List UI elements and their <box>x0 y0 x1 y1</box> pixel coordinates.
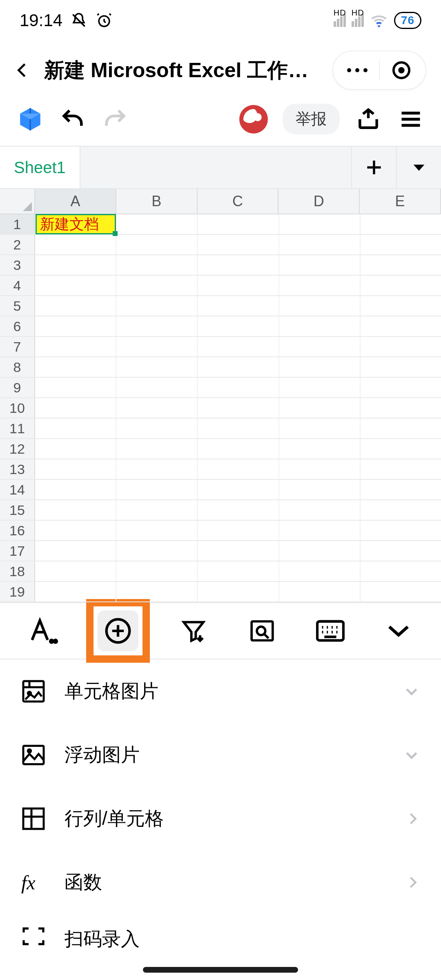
cell[interactable] <box>35 357 116 377</box>
share-button[interactable] <box>354 105 382 133</box>
cell[interactable] <box>198 235 279 254</box>
cell[interactable] <box>198 561 279 581</box>
row-header[interactable]: 4 <box>0 276 35 295</box>
cell[interactable] <box>35 541 116 561</box>
menu-item-scan-input[interactable]: 扫码录入 <box>0 914 441 959</box>
cell[interactable] <box>116 214 198 234</box>
active-cell[interactable]: 新建文档 <box>36 214 116 234</box>
add-sheet-button[interactable] <box>351 147 396 188</box>
cell[interactable] <box>361 337 441 356</box>
cell[interactable] <box>279 500 361 520</box>
cell[interactable] <box>35 439 116 459</box>
cell[interactable] <box>361 276 441 295</box>
cell[interactable] <box>361 561 441 581</box>
column-header[interactable]: C <box>198 189 279 214</box>
app-logo-icon[interactable] <box>16 105 44 133</box>
cell[interactable] <box>198 337 279 356</box>
cell[interactable] <box>35 235 116 254</box>
cell[interactable] <box>279 296 361 316</box>
cell[interactable] <box>198 255 279 275</box>
row-header[interactable]: 12 <box>0 439 35 459</box>
cell[interactable] <box>198 276 279 295</box>
cell[interactable] <box>35 582 116 601</box>
undo-button[interactable] <box>59 105 87 133</box>
cell[interactable] <box>279 439 361 459</box>
cell[interactable] <box>116 561 198 581</box>
row-header[interactable]: 6 <box>0 316 35 336</box>
cell[interactable] <box>279 357 361 377</box>
cell[interactable] <box>198 500 279 520</box>
cell[interactable] <box>35 459 116 479</box>
cell[interactable] <box>361 316 441 336</box>
row-header[interactable]: 2 <box>0 235 35 254</box>
cell[interactable] <box>116 419 198 438</box>
sheet-tabs-empty[interactable] <box>80 147 351 188</box>
cell[interactable] <box>116 398 198 418</box>
row-header[interactable]: 10 <box>0 398 35 418</box>
select-all-corner[interactable] <box>0 189 35 214</box>
cell[interactable] <box>116 459 198 479</box>
close-miniprogram-button[interactable] <box>383 61 420 80</box>
format-text-button[interactable] <box>18 608 67 653</box>
menu-item-float-image[interactable]: 浮动图片 <box>0 723 441 787</box>
cell[interactable] <box>279 316 361 336</box>
cell[interactable] <box>116 378 198 397</box>
cell[interactable] <box>198 521 279 540</box>
column-header[interactable]: E <box>360 189 441 214</box>
cell[interactable] <box>279 419 361 438</box>
cell[interactable] <box>35 337 116 356</box>
collapse-panel-button[interactable] <box>374 608 423 653</box>
cell[interactable] <box>361 500 441 520</box>
cell[interactable] <box>198 459 279 479</box>
row-header[interactable]: 13 <box>0 459 35 479</box>
cell[interactable] <box>198 296 279 316</box>
row-header[interactable]: 16 <box>0 521 35 540</box>
cell[interactable] <box>116 480 198 499</box>
cell[interactable] <box>361 459 441 479</box>
cell[interactable] <box>35 419 116 438</box>
cell[interactable] <box>361 521 441 540</box>
cell[interactable] <box>35 500 116 520</box>
row-header[interactable]: 11 <box>0 419 35 438</box>
cell[interactable] <box>361 439 441 459</box>
cell[interactable] <box>116 357 198 377</box>
column-header[interactable]: D <box>278 189 360 214</box>
cell[interactable] <box>198 378 279 397</box>
cell[interactable] <box>116 255 198 275</box>
cell[interactable] <box>198 419 279 438</box>
cell[interactable] <box>361 296 441 316</box>
cell[interactable] <box>279 235 361 254</box>
cell[interactable] <box>35 521 116 540</box>
cell[interactable] <box>35 255 116 275</box>
cell[interactable] <box>198 480 279 499</box>
cell[interactable] <box>279 214 361 234</box>
home-indicator[interactable] <box>143 967 298 973</box>
sheets-dropdown-button[interactable] <box>396 147 441 188</box>
cell[interactable] <box>198 398 279 418</box>
cell[interactable] <box>361 214 441 234</box>
cell[interactable] <box>361 541 441 561</box>
cell[interactable] <box>198 316 279 336</box>
menu-item-rowcol-cell[interactable]: 行列/单元格 <box>0 787 441 851</box>
cell[interactable] <box>198 541 279 561</box>
cell[interactable] <box>279 276 361 295</box>
row-header[interactable]: 5 <box>0 296 35 316</box>
fill-handle[interactable] <box>113 231 118 236</box>
cell[interactable] <box>35 316 116 336</box>
cell[interactable] <box>116 276 198 295</box>
cell[interactable] <box>279 378 361 397</box>
cell[interactable] <box>279 582 361 601</box>
cell[interactable] <box>35 296 116 316</box>
cell[interactable] <box>198 439 279 459</box>
cell[interactable] <box>279 521 361 540</box>
row-header[interactable]: 9 <box>0 378 35 397</box>
row-header[interactable]: 8 <box>0 357 35 377</box>
cell[interactable] <box>116 500 198 520</box>
more-menu-button[interactable] <box>339 68 376 72</box>
cell[interactable] <box>35 480 116 499</box>
cell[interactable] <box>361 419 441 438</box>
insert-button[interactable] <box>98 610 138 651</box>
row-header[interactable]: 14 <box>0 480 35 499</box>
cell[interactable] <box>35 276 116 295</box>
sheet-tab-1[interactable]: Sheet1 <box>0 147 80 188</box>
